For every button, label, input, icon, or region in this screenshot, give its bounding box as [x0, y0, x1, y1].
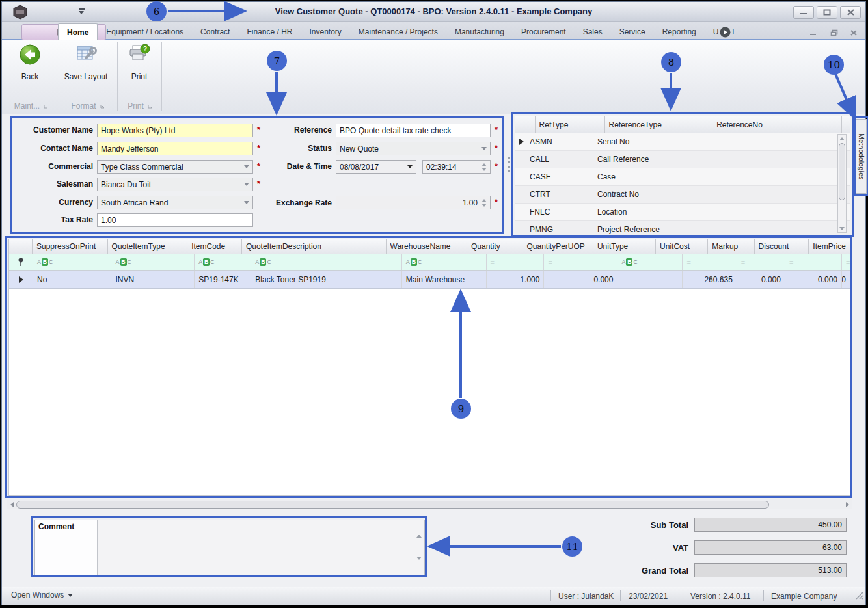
- ref-row-pmng[interactable]: PMNG Project Reference: [515, 221, 850, 237]
- statusbar-separator: [550, 590, 551, 601]
- filter-cell[interactable]: ABC: [33, 254, 111, 270]
- mdi-close-icon[interactable]: [847, 27, 861, 38]
- scroll-down-icon[interactable]: [839, 227, 845, 230]
- column-header-quantity[interactable]: Quantity: [467, 239, 523, 254]
- quote-items-grid: SuppressOnPrint QuoteItemType ItemCode Q…: [8, 239, 850, 496]
- close-button[interactable]: [840, 6, 861, 19]
- mdi-restore-icon[interactable]: [827, 27, 841, 38]
- methodologies-side-tab[interactable]: Methodologies: [856, 119, 867, 194]
- exchange-rate-spinner[interactable]: [481, 199, 487, 207]
- column-header-quoteitemtype[interactable]: QuoteItemType: [108, 239, 188, 254]
- column-header-quantityperuop[interactable]: QuantityPerUOP: [522, 239, 593, 254]
- scroll-up-icon[interactable]: [839, 137, 845, 140]
- time-spinner[interactable]: [481, 163, 487, 171]
- group-maint[interactable]: Maint...: [8, 100, 54, 112]
- filter-cell[interactable]: =: [544, 254, 617, 270]
- customer-name-field[interactable]: Hope Works (Pty) Ltd: [97, 124, 253, 137]
- tab-inventory[interactable]: Inventory: [301, 23, 349, 40]
- ref-panel-scrollbar[interactable]: [837, 134, 847, 233]
- exchange-rate-field[interactable]: 1.00: [336, 196, 491, 209]
- tab-maintenance-projects[interactable]: Maintenance / Projects: [350, 23, 446, 40]
- filter-cell[interactable]: ABC: [195, 254, 251, 270]
- dialog-launcher-icon[interactable]: [100, 104, 105, 109]
- column-header-itemprice[interactable]: ItemPrice: [809, 239, 850, 254]
- salesman-dropdown[interactable]: Bianca Du Toit: [97, 178, 253, 191]
- group-print[interactable]: Print: [120, 100, 159, 112]
- scrollbar-thumb[interactable]: [839, 143, 845, 200]
- ref-row-ctrt[interactable]: CTRT Contract No: [515, 186, 850, 204]
- filter-cell[interactable]: ABC: [617, 254, 683, 270]
- scroll-down-icon[interactable]: [416, 560, 422, 572]
- currency-dropdown[interactable]: South African Rand: [97, 196, 253, 209]
- column-header-warehousename[interactable]: WarehouseName: [387, 239, 467, 254]
- filter-cell[interactable]: =: [737, 254, 785, 270]
- dialog-launcher-icon[interactable]: [148, 104, 152, 109]
- maximize-button[interactable]: [817, 6, 837, 19]
- commercial-dropdown[interactable]: Type Class Commercial: [97, 160, 253, 174]
- scroll-left-icon[interactable]: [7, 502, 16, 507]
- group-separator: [57, 42, 57, 111]
- reftype-column-header[interactable]: RefType: [536, 116, 605, 133]
- column-header-unittype[interactable]: UnitType: [593, 239, 656, 254]
- filter-cell[interactable]: =: [487, 254, 545, 270]
- tab-reporting[interactable]: Reporting: [654, 23, 705, 40]
- time-field[interactable]: 02:39:14: [422, 160, 491, 174]
- save-layout-button[interactable]: Save Layout: [59, 44, 113, 90]
- group-format[interactable]: Format: [61, 100, 115, 112]
- commercial-label: Commercial: [7, 162, 93, 171]
- filter-cell[interactable]: =: [683, 254, 737, 270]
- ref-row-case[interactable]: CASE Case: [515, 168, 850, 186]
- equals-filter-icon: =: [741, 258, 746, 266]
- grand-total-field: 513.00: [694, 563, 847, 577]
- tab-manufacturing[interactable]: Manufacturing: [446, 23, 513, 40]
- mdi-minimize-icon[interactable]: [806, 27, 820, 38]
- filter-cell[interactable]: =: [785, 254, 842, 270]
- scroll-up-icon[interactable]: [416, 523, 422, 535]
- tab-obscured[interactable]: U l: [705, 23, 742, 40]
- ref-row-fnlc[interactable]: FNLC Location: [515, 204, 850, 221]
- column-header-discount[interactable]: Discount: [755, 239, 809, 254]
- column-header-itemcode[interactable]: ItemCode: [187, 239, 242, 254]
- tax-rate-field[interactable]: 1.00: [97, 213, 253, 227]
- filter-cell[interactable]: ABC: [111, 254, 195, 270]
- column-header-unitcost[interactable]: UnitCost: [656, 239, 708, 254]
- ref-row-call[interactable]: CALL Call Reference: [515, 151, 850, 168]
- back-button[interactable]: Back: [10, 44, 50, 90]
- comment-textarea[interactable]: [98, 520, 424, 575]
- column-header-quoteitemdescription[interactable]: QuoteItemDescription: [242, 239, 387, 254]
- filter-cell[interactable]: ABC: [402, 254, 487, 270]
- contact-name-field[interactable]: Mandy Jefferson: [97, 142, 253, 155]
- tab-finance-hr[interactable]: Finance / HR: [238, 23, 301, 40]
- filter-pin-icon[interactable]: [9, 254, 33, 270]
- tab-home[interactable]: Home: [58, 23, 98, 40]
- scroll-right-icon[interactable]: [843, 502, 852, 507]
- minimize-button[interactable]: [793, 6, 814, 19]
- dialog-launcher-icon[interactable]: [44, 104, 48, 109]
- tab-sales[interactable]: Sales: [575, 23, 611, 40]
- tab-contract[interactable]: Contract: [192, 23, 238, 40]
- select-all-corner[interactable]: [9, 239, 33, 254]
- filter-cell[interactable]: ABC: [251, 254, 402, 270]
- grid-horizontal-scrollbar[interactable]: [7, 499, 852, 509]
- scrollbar-thumb[interactable]: [16, 501, 769, 509]
- statusbar-version: Version : 2.4.0.11: [690, 592, 751, 601]
- referencetype-column-header[interactable]: ReferenceType: [605, 116, 713, 133]
- column-header-markup[interactable]: Markup: [708, 239, 754, 254]
- open-windows-button[interactable]: Open Windows: [11, 590, 73, 600]
- status-dropdown[interactable]: New Quote: [336, 142, 491, 155]
- tab-equipment-locations[interactable]: Equipment / Locations: [98, 23, 192, 40]
- print-button[interactable]: ? Print: [120, 44, 158, 90]
- column-header-suppressonprint[interactable]: SuppressOnPrint: [33, 239, 108, 254]
- reference-field[interactable]: BPO Quote detail tax rate check: [336, 124, 491, 137]
- filter-cell[interactable]: =: [842, 254, 850, 270]
- date-field[interactable]: 08/08/2017: [336, 160, 416, 174]
- ref-row-asmn[interactable]: ASMN Serial No: [515, 133, 850, 151]
- tab-service[interactable]: Service: [611, 23, 654, 40]
- pin-icon[interactable]: [845, 98, 857, 112]
- quote-item-row[interactable]: No INVN SP19-147K Black Toner SP1919 Mai…: [9, 271, 850, 289]
- splitter-handle[interactable]: [508, 157, 511, 180]
- tab-procurement[interactable]: Procurement: [513, 23, 575, 40]
- abc-filter-icon: ABC: [621, 258, 638, 266]
- resize-grip[interactable]: [855, 590, 863, 602]
- referenceno-column-header[interactable]: ReferenceNo: [712, 116, 842, 133]
